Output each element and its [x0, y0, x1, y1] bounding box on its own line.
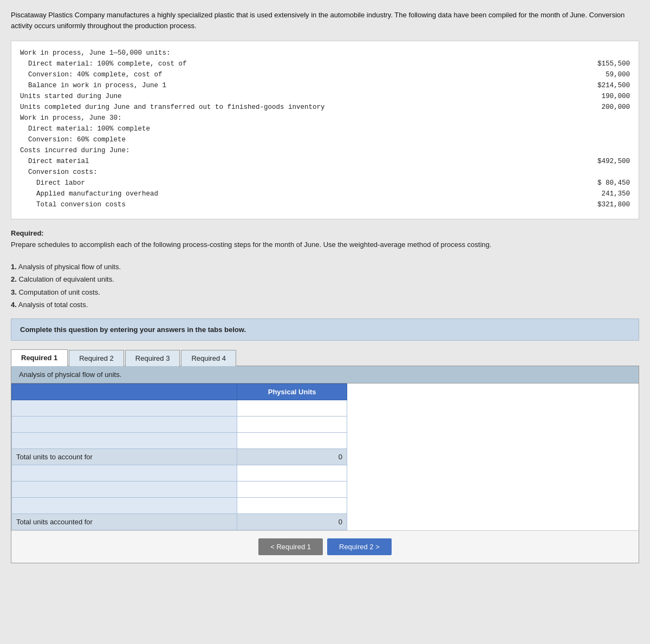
total-row-2: Total units accounted for 0	[12, 514, 347, 530]
data-row-0: Work in process, June 1—50,000 units:	[20, 48, 630, 58]
complete-box: Complete this question by entering your …	[11, 318, 639, 341]
total-value-2: 0	[237, 514, 347, 530]
row-label-6	[12, 498, 237, 514]
tabs-row: Required 1 Required 2 Required 3 Require…	[11, 349, 639, 366]
data-row-11: Conversion costs:	[20, 167, 630, 178]
row-input-3[interactable]	[237, 433, 347, 449]
next-button[interactable]: Required 2 >	[327, 538, 392, 555]
table-wrapper: Physical Units	[11, 383, 639, 530]
col-header-physical-units: Physical Units	[237, 384, 347, 400]
row-input-4[interactable]	[237, 465, 347, 482]
input-2[interactable]	[242, 420, 342, 428]
required-body: Prepare schedules to accomplish each of …	[11, 239, 639, 251]
step-1: 1. Analysis of physical flow of units.	[11, 261, 639, 273]
input-3[interactable]	[242, 437, 342, 445]
step-2: 2. Calculation of equivalent units.	[11, 273, 639, 285]
row-label-5	[12, 482, 237, 498]
row-label-2	[12, 417, 237, 433]
table-row	[12, 400, 347, 417]
data-row-5: Units completed during June and transfer…	[20, 102, 630, 113]
step-3: 3. Computation of unit costs.	[11, 286, 639, 298]
data-row-9: Costs incurred during June:	[20, 145, 630, 156]
table-row	[12, 433, 347, 449]
physical-flow-table: Physical Units	[11, 383, 347, 530]
row-label-3	[12, 433, 237, 449]
data-row-6: Work in process, June 30:	[20, 113, 630, 123]
data-row-2: Conversion: 40% complete, cost of 59,000	[20, 69, 630, 80]
total-row-1: Total units to account for 0	[12, 449, 347, 465]
input-1[interactable]	[242, 404, 342, 412]
row-input-6[interactable]	[237, 498, 347, 514]
steps-list: 1. Analysis of physical flow of units. 2…	[11, 261, 639, 311]
step-4: 4. Analysis of total costs.	[11, 298, 639, 311]
data-row-14: Total conversion costs $321,800	[20, 199, 630, 210]
data-row-12: Direct labor $ 80,450	[20, 178, 630, 188]
data-row-13: Applied manufacturing overhead 241,350	[20, 188, 630, 199]
table-row	[12, 482, 347, 498]
row-label-1	[12, 400, 237, 417]
data-row-7: Direct material: 100% complete	[20, 123, 630, 134]
row-input-2[interactable]	[237, 417, 347, 433]
tab-required-3[interactable]: Required 3	[125, 350, 180, 366]
tab-content: Analysis of physical flow of units. Phys…	[11, 366, 639, 563]
total-value-1: 0	[237, 449, 347, 465]
input-4[interactable]	[242, 469, 342, 477]
data-row-8: Conversion: 60% complete	[20, 134, 630, 145]
table-row	[12, 417, 347, 433]
tab-required-2[interactable]: Required 2	[69, 350, 124, 366]
row-input-1[interactable]	[237, 400, 347, 417]
data-row-3: Balance in work in process, June 1 $214,…	[20, 80, 630, 91]
table-row	[12, 498, 347, 514]
tab-required-1[interactable]: Required 1	[11, 349, 68, 366]
tab-required-4[interactable]: Required 4	[181, 350, 236, 366]
total-label-1: Total units to account for	[12, 449, 237, 465]
input-5[interactable]	[242, 485, 342, 493]
prev-button[interactable]: < Required 1	[258, 538, 323, 555]
row-input-5[interactable]	[237, 482, 347, 498]
data-row-10: Direct material $492,500	[20, 156, 630, 167]
input-6[interactable]	[242, 502, 342, 510]
table-row	[12, 465, 347, 482]
col-header-label	[12, 384, 237, 400]
row-label-4	[12, 465, 237, 482]
total-label-2: Total units accounted for	[12, 514, 237, 530]
data-row-4: Units started during June 190,000	[20, 91, 630, 102]
required-section: Required: Prepare schedules to accomplis…	[11, 229, 639, 251]
data-section: Work in process, June 1—50,000 units: Di…	[11, 41, 639, 219]
data-row-1: Direct material: 100% complete, cost of …	[20, 58, 630, 69]
analysis-header: Analysis of physical flow of units.	[11, 366, 639, 383]
intro-text: Piscataway Plastics Company manufactures…	[11, 10, 639, 31]
required-title: Required:	[11, 229, 639, 237]
bottom-nav: < Required 1 Required 2 >	[11, 530, 639, 563]
